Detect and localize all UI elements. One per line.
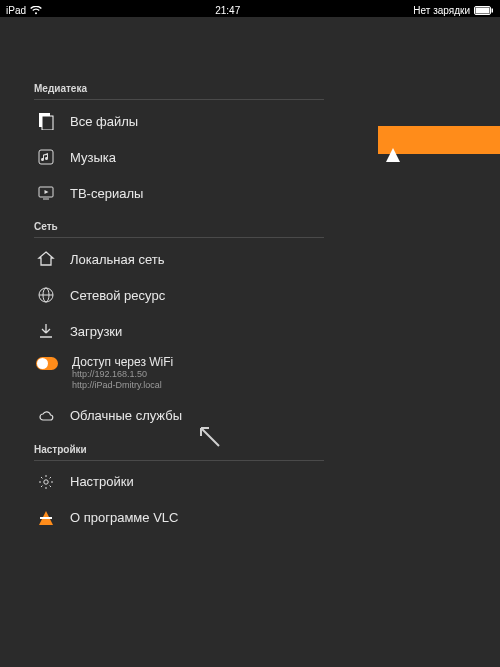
sidebar-item-wifi-sharing[interactable]: Доступ через WiFi http://192.168.1.50 ht… xyxy=(34,349,324,398)
label: Музыка xyxy=(70,150,322,165)
label: Все файлы xyxy=(70,114,322,129)
cloud-icon xyxy=(36,406,56,426)
battery-text: Нет зарядки xyxy=(413,5,470,16)
wifi-toggle[interactable] xyxy=(36,357,58,370)
download-icon xyxy=(36,321,56,341)
section-settings: Настройки xyxy=(34,444,324,461)
battery-icon xyxy=(474,6,494,15)
home-icon xyxy=(36,249,56,269)
sidebar-item-music[interactable]: Музыка xyxy=(34,139,324,175)
music-icon xyxy=(36,147,56,167)
label: Сетевой ресурс xyxy=(70,288,322,303)
label: Загрузки xyxy=(70,324,322,339)
tv-icon xyxy=(36,183,56,203)
device-label: iPad xyxy=(6,5,26,16)
sidebar-item-lan[interactable]: Локальная сеть xyxy=(34,241,324,277)
svg-rect-2 xyxy=(491,8,493,12)
svg-rect-7 xyxy=(43,199,49,200)
svg-rect-4 xyxy=(42,116,53,130)
sidebar-item-settings[interactable]: Настройки xyxy=(34,464,324,500)
status-bar: iPad 21:47 Нет зарядки xyxy=(0,0,500,17)
wifi-url-2: http://iPad-Dmitry.local xyxy=(72,380,322,391)
sidebar-item-downloads[interactable]: Загрузки xyxy=(34,313,324,349)
wifi-title: Доступ через WiFi xyxy=(72,355,322,369)
app-content: Медиатека Все файлы Музыка ТВ-сериалы xyxy=(0,17,500,667)
svg-rect-5 xyxy=(39,150,53,164)
sidebar-item-all-files[interactable]: Все файлы xyxy=(34,103,324,139)
label: О программе VLC xyxy=(70,510,322,525)
wifi-icon xyxy=(30,6,42,15)
sidebar-item-about[interactable]: О программе VLC xyxy=(34,500,324,536)
sidebar-item-network-resource[interactable]: Сетевой ресурс xyxy=(34,277,324,313)
sidebar-item-tv[interactable]: ТВ-сериалы xyxy=(34,175,324,211)
section-media: Медиатека xyxy=(34,83,324,100)
sidebar: Медиатека Все файлы Музыка ТВ-сериалы xyxy=(34,73,324,536)
globe-icon xyxy=(36,285,56,305)
label: Облачные службы xyxy=(70,408,322,423)
files-icon xyxy=(36,111,56,131)
vlc-cone-icon xyxy=(386,131,400,149)
wifi-url-1: http://192.168.1.50 xyxy=(72,369,322,380)
svg-point-11 xyxy=(44,479,48,483)
label: Настройки xyxy=(70,474,322,489)
header-bar xyxy=(378,126,500,154)
section-network: Сеть xyxy=(34,221,324,238)
label: ТВ-сериалы xyxy=(70,186,322,201)
sidebar-item-cloud[interactable]: Облачные службы xyxy=(34,398,324,434)
gear-icon xyxy=(36,472,56,492)
vlc-cone-icon xyxy=(36,508,56,528)
svg-rect-1 xyxy=(475,7,489,13)
clock: 21:47 xyxy=(215,5,240,16)
label: Локальная сеть xyxy=(70,252,322,267)
